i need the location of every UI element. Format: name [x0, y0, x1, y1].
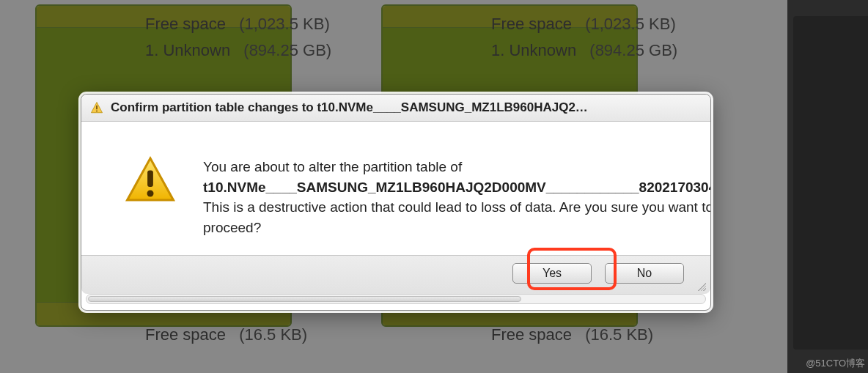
- dialog-titlebar[interactable]: Confirm partition table changes to t10.N…: [81, 95, 710, 122]
- svg-rect-1: [96, 106, 98, 109]
- svg-rect-4: [147, 171, 153, 188]
- svg-point-5: [147, 191, 154, 197]
- horizontal-scrollbar[interactable]: [86, 294, 706, 304]
- message-line: proceed?: [203, 218, 710, 238]
- scrollbar-thumb[interactable]: [88, 296, 521, 302]
- message-line: This is a destructive action that could …: [203, 197, 710, 218]
- dialog-title: Confirm partition table changes to t10.N…: [111, 100, 588, 115]
- annotation-highlight: [527, 248, 617, 290]
- svg-rect-2: [96, 111, 98, 112]
- message-line: You are about to alter the partition tab…: [203, 157, 710, 177]
- warning-icon: [90, 101, 103, 114]
- warning-icon: [124, 154, 177, 207]
- device-name: t10.NVMe____SAMSUNG_MZ1LB960HAJQ2D000MV_…: [203, 177, 710, 198]
- confirm-dialog: Confirm partition table changes to t10.N…: [81, 94, 711, 311]
- no-button[interactable]: No: [605, 263, 684, 284]
- dialog-message: You are about to alter the partition tab…: [203, 157, 710, 237]
- resize-grip-icon[interactable]: [696, 281, 706, 291]
- watermark: @51CTO博客: [806, 357, 865, 370]
